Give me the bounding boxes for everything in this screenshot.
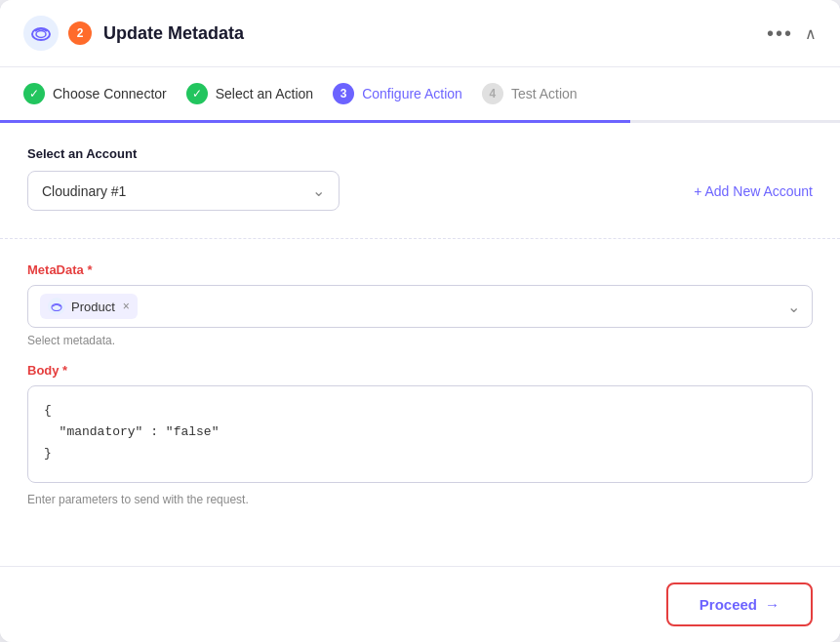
step2-label: Select an Action: [216, 86, 313, 101]
tag-product-label: Product: [71, 300, 115, 314]
section-divider: [0, 238, 840, 239]
step1-label: Choose Connector: [53, 86, 167, 101]
metadata-helper-text: Select metadata.: [27, 334, 813, 347]
step4-label: Test Action: [511, 86, 578, 101]
metadata-tag: Product ×: [40, 294, 138, 319]
account-row: Cloudinary #1 ⌄ + Add New Account: [27, 171, 813, 211]
step2-check-icon: ✓: [186, 83, 208, 104]
body-label: Body *: [27, 363, 813, 378]
account-section-label: Select an Account: [27, 146, 813, 161]
step-badge: 2: [68, 21, 92, 45]
body-textarea[interactable]: { "mandatory" : "false" }: [27, 385, 813, 483]
add-new-account-button[interactable]: + Add New Account: [694, 174, 813, 209]
header-actions: ••• ∧: [767, 22, 817, 45]
proceed-arrow-icon: →: [765, 596, 780, 613]
proceed-label: Proceed: [700, 596, 757, 613]
svg-point-1: [36, 31, 46, 38]
header: 2 Update Metadata ••• ∧: [0, 0, 840, 67]
step1-check-icon: ✓: [23, 83, 45, 104]
step3-number-icon: 3: [333, 83, 354, 104]
steps-bar: ✓ Choose Connector ✓ Select an Action 3 …: [0, 67, 840, 123]
body-field-group: Body * { "mandatory" : "false" } Enter p…: [27, 363, 813, 506]
tag-cloudinary-icon: [48, 298, 65, 315]
metadata-label: MetaData *: [27, 262, 813, 277]
step4-number-icon: 4: [482, 83, 503, 104]
collapse-icon[interactable]: ∧: [805, 24, 817, 43]
metadata-tag-input[interactable]: Product × ⌄: [27, 285, 813, 328]
proceed-button[interactable]: Proceed →: [666, 582, 813, 626]
step-configure-action[interactable]: 3 Configure Action: [333, 67, 482, 120]
account-dropdown-chevron-icon: ⌄: [312, 181, 325, 200]
footer: Proceed →: [0, 566, 840, 642]
step3-label: Configure Action: [362, 86, 462, 101]
metadata-dropdown-chevron-icon: ⌄: [787, 298, 800, 316]
app-window: 2 Update Metadata ••• ∧ ✓ Choose Connect…: [0, 0, 840, 642]
main-content: Select an Account Cloudinary #1 ⌄ + Add …: [0, 123, 840, 566]
step-choose-connector[interactable]: ✓ Choose Connector: [23, 67, 186, 120]
page-title: Update Metadata: [103, 23, 767, 44]
metadata-field-group: MetaData * Product × ⌄ Select metadata.: [27, 262, 813, 347]
body-helper-text: Enter parameters to send with the reques…: [27, 493, 813, 506]
app-logo: [23, 16, 59, 51]
account-dropdown[interactable]: Cloudinary #1 ⌄: [27, 171, 340, 211]
account-selected-value: Cloudinary #1: [42, 183, 126, 199]
more-options-icon[interactable]: •••: [767, 22, 793, 45]
step-select-action[interactable]: ✓ Select an Action: [186, 67, 333, 120]
tag-remove-icon[interactable]: ×: [123, 300, 130, 313]
step-test-action[interactable]: 4 Test Action: [482, 67, 597, 120]
